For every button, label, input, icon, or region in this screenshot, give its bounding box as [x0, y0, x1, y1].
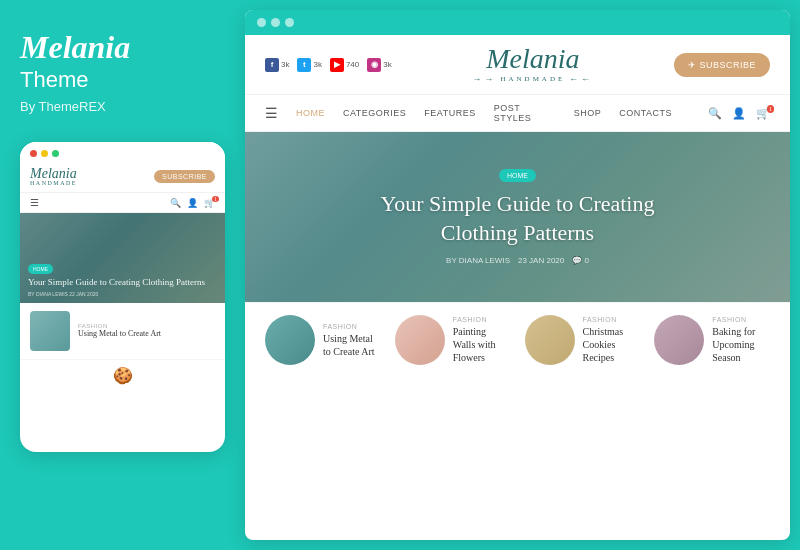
hero-title: Your Simple Guide to Creating Clothing P…: [348, 190, 688, 247]
mobile-article-row: FASHION Using Metal to Create Art: [20, 303, 225, 360]
article-card-2: FASHION Painting Walls with Flowers: [395, 315, 511, 365]
mobile-preview: Melania HANDMADE SUBSCRIBE ☰ 🔍 👤 🛒1 HOME…: [20, 142, 225, 452]
desktop-hero: HOME Your Simple Guide to Creating Cloth…: [245, 132, 790, 302]
cookie-icon: 🍪: [113, 366, 133, 385]
mobile-subscribe-button[interactable]: SUBSCRIBE: [154, 170, 215, 183]
article-category-3: FASHION: [583, 316, 641, 323]
article-info-1: FASHION Using Metal to Create Art: [323, 323, 381, 358]
mobile-cookie-section: 🍪: [20, 360, 225, 391]
mobile-nav: ☰ 🔍 👤 🛒1: [20, 193, 225, 213]
desktop-dot-2: [271, 18, 280, 27]
article-title-4: Baking for Upcoming Season: [712, 325, 770, 364]
mobile-home-badge: HOME: [28, 264, 53, 274]
mobile-article-title: Using Metal to Create Art: [78, 329, 161, 339]
desktop-dot-3: [285, 18, 294, 27]
twitter-icon: t: [297, 58, 311, 72]
article-category-1: FASHION: [323, 323, 381, 330]
desktop-logo-sub: →→ HANDMADE ←←: [472, 74, 593, 84]
mobile-article-info: FASHION Using Metal to Create Art: [78, 323, 161, 339]
mobile-article-thumbnail: [30, 311, 70, 351]
hero-author: BY DIANA LEWIS: [446, 256, 510, 265]
desktop-subscribe-button[interactable]: ✈ SUBSCRIBE: [674, 53, 770, 77]
facebook-count: 3k: [281, 60, 289, 69]
hero-comments-icon: 💬 0: [572, 256, 589, 265]
desktop-social-icons: f 3k t 3k ▶ 740 ◉ 3k: [265, 58, 392, 72]
desktop-dot-1: [257, 18, 266, 27]
nav-item-post-styles[interactable]: POST STYLES: [494, 103, 556, 123]
mobile-logo: Melania HANDMADE: [30, 166, 77, 186]
article-thumbnail-1: [265, 315, 315, 365]
mobile-author: BY DIANA LEWIS 22 JAN 2020: [28, 291, 217, 297]
search-icon[interactable]: 🔍: [708, 107, 722, 120]
nav-icons: 🔍 👤 🛒1: [708, 107, 770, 120]
mobile-cart-icon[interactable]: 🛒1: [204, 198, 215, 208]
article-thumbnail-4: [654, 315, 704, 365]
brand-title: Melania: [20, 30, 225, 65]
article-info-4: FASHION Baking for Upcoming Season: [712, 316, 770, 364]
article-card-4: FASHION Baking for Upcoming Season: [654, 315, 770, 365]
article-title-2: Painting Walls with Flowers: [453, 325, 511, 364]
youtube-count: 740: [346, 60, 359, 69]
nav-item-contacts[interactable]: CONTACTS: [619, 108, 672, 118]
desktop-nav: ☰ HOME CATEGORIES FEATURES POST STYLES S…: [245, 95, 790, 132]
mobile-hero: HOME Your Simple Guide to Creating Cloth…: [20, 213, 225, 303]
nav-item-shop[interactable]: SHOP: [574, 108, 602, 118]
facebook-icon: f: [265, 58, 279, 72]
article-title-1: Using Metal to Create Art: [323, 332, 381, 358]
left-panel: Melania Theme By ThemeREX Melania HANDMA…: [0, 0, 245, 550]
article-info-3: FASHION Christmas Cookies Recipes: [583, 316, 641, 364]
social-youtube: ▶ 740: [330, 58, 359, 72]
social-instagram: ◉ 3k: [367, 58, 391, 72]
cart-icon[interactable]: 🛒1: [756, 107, 770, 120]
article-category-2: FASHION: [453, 316, 511, 323]
arrow-left-icon: →→: [472, 74, 496, 84]
arrow-right-icon: ←←: [569, 74, 593, 84]
article-thumbnail-2: [395, 315, 445, 365]
user-icon[interactable]: 👤: [732, 107, 746, 120]
article-title-3: Christmas Cookies Recipes: [583, 325, 641, 364]
instagram-icon: ◉: [367, 58, 381, 72]
brand-subtitle: Theme: [20, 67, 225, 93]
youtube-icon: ▶: [330, 58, 344, 72]
mobile-dots-bar: [20, 142, 225, 162]
article-strip: FASHION Using Metal to Create Art FASHIO…: [245, 302, 790, 377]
mobile-hamburger-icon[interactable]: ☰: [30, 197, 39, 208]
nav-item-categories[interactable]: CATEGORIES: [343, 108, 406, 118]
hamburger-icon[interactable]: ☰: [265, 105, 278, 122]
desktop-dots-bar: [245, 10, 790, 35]
hero-meta: BY DIANA LEWIS 23 JAN 2020 💬 0: [446, 256, 589, 265]
nav-item-home[interactable]: HOME: [296, 108, 325, 118]
mobile-nav-icons: 🔍 👤 🛒1: [170, 198, 215, 208]
article-category-4: FASHION: [712, 316, 770, 323]
hero-date: 23 JAN 2020: [518, 256, 564, 265]
brand-by: By ThemeREX: [20, 99, 225, 114]
article-card-3: FASHION Christmas Cookies Recipes: [525, 315, 641, 365]
desktop-header: f 3k t 3k ▶ 740 ◉ 3k Melania →→ HANDMADE…: [245, 35, 790, 95]
mobile-header: Melania HANDMADE SUBSCRIBE: [20, 162, 225, 193]
article-info-2: FASHION Painting Walls with Flowers: [453, 316, 511, 364]
article-thumbnail-3: [525, 315, 575, 365]
mobile-user-icon[interactable]: 👤: [187, 198, 198, 208]
mobile-search-icon[interactable]: 🔍: [170, 198, 181, 208]
nav-item-features[interactable]: FEATURES: [424, 108, 475, 118]
hero-home-badge: HOME: [499, 169, 536, 182]
desktop-preview: f 3k t 3k ▶ 740 ◉ 3k Melania →→ HANDMADE…: [245, 10, 790, 540]
twitter-count: 3k: [313, 60, 321, 69]
mobile-dot-red: [30, 150, 37, 157]
desktop-logo-text: Melania: [472, 45, 593, 73]
mobile-dot-green: [52, 150, 59, 157]
instagram-count: 3k: [383, 60, 391, 69]
social-twitter: t 3k: [297, 58, 321, 72]
social-facebook: f 3k: [265, 58, 289, 72]
article-card-1: FASHION Using Metal to Create Art: [265, 315, 381, 365]
mobile-hero-title: Your Simple Guide to Creating Clothing P…: [28, 277, 217, 289]
mobile-dot-yellow: [41, 150, 48, 157]
desktop-logo: Melania →→ HANDMADE ←←: [472, 45, 593, 84]
